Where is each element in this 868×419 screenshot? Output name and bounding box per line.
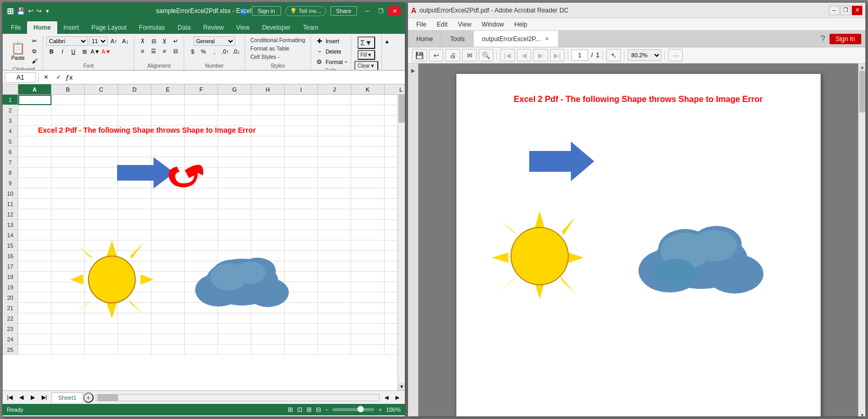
sheet-cell[interactable] [318, 345, 351, 355]
sheet-cell[interactable] [185, 293, 218, 303]
sheet-cell[interactable] [118, 240, 151, 251]
cancel-formula-button[interactable]: ✕ [41, 73, 51, 82]
sheet-cell[interactable] [318, 261, 351, 272]
sheet-cell[interactable] [318, 303, 351, 313]
sheet-cell[interactable] [151, 230, 185, 240]
sheet-cell[interactable] [218, 303, 251, 313]
sheet-cell[interactable] [85, 116, 118, 126]
delete-button[interactable]: − [314, 47, 325, 56]
sheet-cell[interactable] [318, 199, 351, 209]
sheet-cell[interactable] [85, 261, 118, 272]
sheet-cell[interactable] [251, 303, 285, 313]
acrobat-vscrollbar[interactable]: ▲ ▼ [858, 64, 865, 416]
sheet-cell[interactable] [251, 147, 285, 157]
sheet-cell[interactable] [185, 230, 218, 240]
autosum-button[interactable]: Σ▼ [358, 36, 376, 49]
align-left-button[interactable]: ≡ [137, 46, 148, 56]
sheet-cell[interactable] [18, 188, 52, 199]
sheet-cell[interactable] [285, 199, 318, 209]
sheet-cell[interactable] [18, 303, 52, 313]
sheet-cell[interactable] [251, 324, 285, 334]
sheet-cell[interactable] [18, 116, 52, 126]
sheet-cell[interactable] [52, 116, 85, 126]
sheet-cell[interactable] [318, 178, 351, 188]
sheet-cell[interactable] [351, 220, 385, 230]
sheet-cell[interactable] [151, 136, 185, 147]
hscroll-thumb[interactable] [97, 395, 118, 401]
sheet-cell[interactable] [251, 157, 285, 168]
sheet-cell[interactable] [351, 105, 385, 116]
sheet-cell[interactable] [185, 147, 218, 157]
sheet-cell[interactable] [285, 209, 318, 220]
sheet-cell[interactable] [351, 95, 385, 105]
decimal-dec-button[interactable]: .0↓ [231, 47, 241, 56]
tab-file[interactable]: File [5, 21, 27, 34]
sheet-cell[interactable] [118, 272, 151, 282]
col-header-l[interactable]: L [385, 84, 405, 95]
sheet-cell[interactable] [185, 272, 218, 282]
sheet-cell[interactable] [85, 157, 118, 168]
tab-team[interactable]: Team [297, 21, 324, 34]
sheet-cell[interactable] [85, 199, 118, 209]
sheet-cell[interactable] [185, 168, 218, 178]
sheet-cell[interactable] [85, 126, 118, 136]
menu-edit[interactable]: Edit [432, 20, 452, 29]
sheet-cell[interactable] [285, 251, 318, 261]
sheet-cell[interactable] [285, 324, 318, 334]
sheet-cell[interactable] [185, 261, 218, 272]
tab-review[interactable]: Review [197, 21, 229, 34]
sheet-cell[interactable] [318, 105, 351, 116]
sheet-cell[interactable] [318, 324, 351, 334]
sheet-cell[interactable] [218, 240, 251, 251]
sheet-cell[interactable] [285, 168, 318, 178]
sheet-cell[interactable] [185, 178, 218, 188]
sheet-cell[interactable] [85, 324, 118, 334]
sheet-cell[interactable] [185, 188, 218, 199]
sheet-cell[interactable] [151, 105, 185, 116]
sheet-cell[interactable] [351, 334, 385, 345]
align-center-button[interactable]: ☰ [148, 46, 159, 56]
sheet-cell[interactable] [118, 345, 151, 355]
sheet-cell[interactable] [285, 261, 318, 272]
align-middle-button[interactable]: ⊟ [148, 36, 159, 46]
acrobat-help-icon[interactable]: ? [821, 34, 825, 44]
tab-insert[interactable]: Insert [57, 21, 85, 34]
vscroll-down-arrow[interactable]: ▼ [398, 383, 405, 390]
sheet-cell[interactable] [118, 313, 151, 324]
quick-save-icon[interactable]: 💾 [17, 7, 25, 15]
sheet-cell[interactable] [85, 272, 118, 282]
sheet-cell[interactable] [52, 147, 85, 157]
sheet-cell[interactable] [52, 188, 85, 199]
acrobat-tab-home[interactable]: Home [408, 31, 442, 47]
sheet-cell[interactable] [318, 313, 351, 324]
sheet-cell[interactable] [185, 313, 218, 324]
sheet-cell[interactable] [18, 105, 52, 116]
sheet-cell[interactable] [351, 178, 385, 188]
sheet-cell[interactable] [318, 136, 351, 147]
sheet-cell[interactable] [151, 345, 185, 355]
sheet-cell[interactable] [18, 345, 52, 355]
sheet-cell[interactable] [118, 116, 151, 126]
sheet-cell[interactable] [351, 157, 385, 168]
sheet-cell[interactable] [218, 282, 251, 293]
sheet-cell[interactable] [218, 105, 251, 116]
sheet-cell[interactable] [85, 188, 118, 199]
sheet-cell[interactable] [351, 293, 385, 303]
first-sheet-button[interactable]: |◀ [5, 393, 15, 402]
sheet-cell[interactable] [285, 272, 318, 282]
sheet-cell[interactable] [52, 272, 85, 282]
sheet-cell[interactable] [118, 136, 151, 147]
sheet-cell[interactable] [251, 136, 285, 147]
sheet-cell[interactable] [285, 126, 318, 136]
undo-icon[interactable]: ↩ [28, 7, 33, 15]
col-header-i[interactable]: I [285, 84, 318, 95]
sheet-cell[interactable] [318, 251, 351, 261]
sheet-cell[interactable] [118, 282, 151, 293]
sheet-cell[interactable] [285, 282, 318, 293]
acrobat-close-button[interactable]: ✕ [852, 6, 862, 15]
excel-vscrollbar[interactable]: ▲ ▼ [398, 84, 405, 390]
sheet-cell[interactable] [185, 157, 218, 168]
sheet-cell[interactable] [151, 95, 185, 105]
sheet-cell[interactable] [85, 178, 118, 188]
tab-home[interactable]: Home [27, 21, 57, 34]
